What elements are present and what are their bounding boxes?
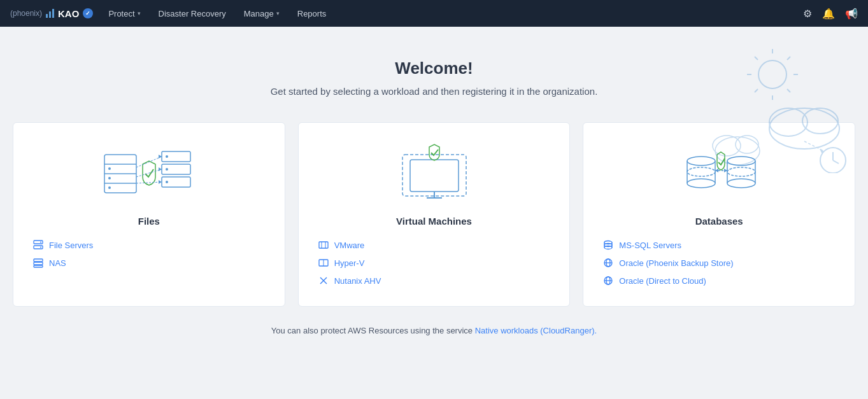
svg-point-31: [166, 168, 168, 171]
files-icon-area: [32, 142, 266, 206]
svg-point-26: [108, 186, 111, 189]
nutanix-icon: [318, 275, 329, 286]
nas-icon: [32, 257, 44, 269]
db-illustration: [668, 142, 770, 206]
files-card-links: File Servers NAS: [32, 239, 266, 269]
mssql-link[interactable]: MS-SQL Servers: [602, 239, 836, 251]
megaphone-icon[interactable]: 📢: [845, 8, 858, 20]
svg-line-35: [136, 182, 162, 183]
bottom-note: You can also protect AWS Resources using…: [271, 326, 597, 335]
oracle-cloud-icon: [602, 275, 614, 286]
oracle-cloud-link[interactable]: Oracle (Direct to Cloud): [602, 275, 836, 286]
manage-chevron: ▾: [276, 10, 280, 17]
svg-point-66: [727, 167, 755, 176]
welcome-subtitle: Get started by selecting a workload and …: [271, 86, 598, 97]
svg-point-0: [758, 60, 786, 88]
hyperv-link[interactable]: Hyper-V: [318, 257, 551, 269]
vmware-icon: [318, 239, 329, 251]
navbar: (phoenix) KAO ✓ Protect ▾ Disaster Recov…: [0, 0, 868, 27]
oracle-backup-link[interactable]: Oracle (Phoenix Backup Store): [602, 257, 836, 269]
nav-disaster-recovery[interactable]: Disaster Recovery: [151, 0, 234, 27]
oracle-backup-icon: [602, 257, 614, 269]
files-card: Files File Servers NAS: [13, 122, 285, 307]
svg-point-41: [40, 242, 41, 243]
welcome-title: Welcome!: [395, 59, 473, 78]
nav-icon-group: ⚙ 🔔 📢: [803, 8, 858, 20]
nav-protect[interactable]: Protect ▾: [101, 0, 148, 27]
protect-chevron: ▾: [138, 10, 141, 17]
svg-rect-50: [319, 242, 328, 248]
nas-link[interactable]: NAS: [32, 257, 266, 269]
svg-line-6: [787, 89, 790, 92]
svg-rect-47: [410, 160, 459, 192]
svg-line-7: [787, 57, 790, 60]
db-card-links: MS-SQL Servers Oracle (Phoenix Backup St…: [602, 239, 836, 286]
databases-card: Databases MS-SQL Servers Oracle (Phoenix…: [583, 122, 855, 307]
svg-point-65: [727, 179, 755, 188]
main-content: Welcome! Get started by selecting a work…: [0, 27, 868, 399]
file-servers-link[interactable]: File Servers: [32, 239, 266, 251]
svg-rect-43: [34, 259, 43, 262]
nav-manage[interactable]: Manage ▾: [236, 0, 287, 27]
bar-chart-icon: [46, 9, 54, 18]
svg-line-33: [136, 157, 162, 167]
cloudranger-link[interactable]: Native workloads (CloudRanger).: [475, 326, 597, 335]
svg-point-42: [40, 247, 41, 248]
db-icon-area: [602, 142, 836, 206]
hyperv-icon: [318, 257, 329, 269]
svg-point-32: [166, 181, 168, 183]
svg-point-25: [108, 177, 111, 179]
nutanix-link[interactable]: Nutanix AHV: [318, 275, 551, 286]
svg-point-57: [687, 157, 715, 165]
svg-line-5: [755, 57, 758, 60]
vm-card-links: VMware Hyper-V Nutanix AHV: [318, 239, 551, 286]
vm-illustration: [383, 142, 485, 206]
bell-icon[interactable]: 🔔: [822, 8, 835, 20]
gear-icon[interactable]: ⚙: [803, 8, 812, 20]
vm-icon-area: [318, 142, 551, 206]
svg-point-60: [687, 179, 715, 188]
svg-point-30: [166, 155, 168, 158]
svg-rect-45: [34, 265, 43, 267]
vmware-link[interactable]: VMware: [318, 239, 551, 251]
files-illustration: [98, 142, 200, 206]
svg-line-8: [755, 89, 758, 92]
brand-name: KAO: [58, 8, 79, 19]
org-badge: ✓: [83, 8, 93, 18]
file-server-icon: [32, 239, 44, 251]
db-card-title: Databases: [602, 216, 836, 227]
svg-point-24: [108, 167, 111, 170]
mssql-icon: [602, 239, 614, 251]
svg-point-62: [727, 157, 755, 165]
nav-reports[interactable]: Reports: [290, 0, 334, 27]
svg-rect-44: [34, 262, 43, 265]
org-suffix: (phoenix): [10, 9, 42, 18]
brand-area: (phoenix) KAO ✓: [10, 8, 93, 19]
cards-container: Files File Servers NAS: [13, 122, 855, 307]
virtual-machines-card: Virtual Machines VMware Hyper-V: [298, 122, 571, 307]
vm-card-title: Virtual Machines: [318, 216, 551, 227]
svg-point-61: [687, 167, 715, 176]
files-card-title: Files: [32, 216, 266, 227]
